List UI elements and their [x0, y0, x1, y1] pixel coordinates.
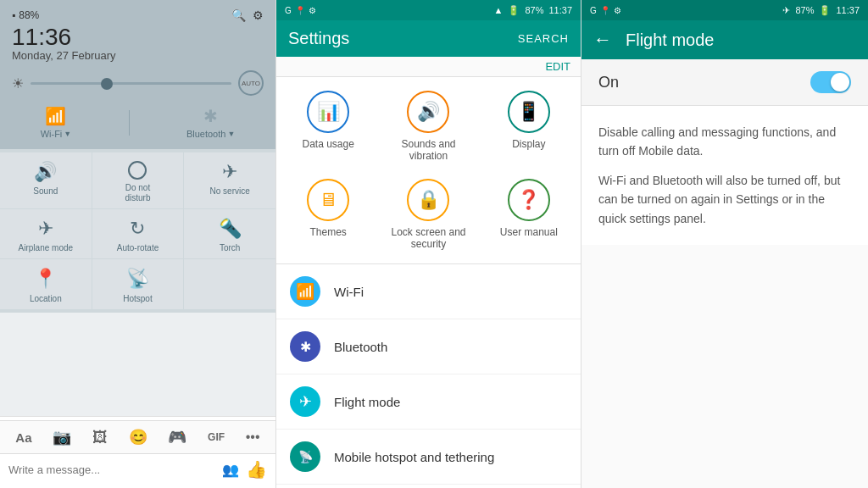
wifi-dropdown-icon: ▼ [64, 130, 71, 138]
sounds-label: Sounds and vibration [383, 138, 473, 162]
location-icon: 📍 [34, 268, 57, 290]
gif-icon[interactable]: GIF [208, 431, 225, 443]
date-display: Monday, 27 February [12, 49, 264, 62]
gallery-icon[interactable]: 🖼 [92, 429, 108, 446]
hotspot-label: Hotspot [123, 294, 152, 304]
people-icon[interactable]: 👥 [222, 462, 239, 478]
quick-settings-grid: 🔊 Sound Do notdisturb ✈ No service ✈ Air… [0, 149, 275, 313]
flight-description-1: Disable calling and messaging functions,… [598, 123, 851, 161]
data-usage-icon-item[interactable]: 📊 Data usage [280, 84, 376, 169]
time-p2: 11:37 [548, 5, 572, 15]
bt-dropdown-icon: ▼ [227, 130, 235, 138]
flight-mode-list-label: Flight mode [334, 395, 400, 409]
emoji-icon[interactable]: 😊 [129, 428, 147, 446]
battery-percent: 88% [19, 9, 39, 21]
lock-circle-icon: 🔒 [407, 179, 449, 221]
auto-brightness-button[interactable]: AUTO [238, 70, 264, 96]
time-display: 11:36 [12, 25, 264, 49]
brightness-slider[interactable] [31, 82, 231, 85]
battery-icon-p3: 🔋 [819, 5, 831, 16]
bluetooth-toggle[interactable]: ✱ Bluetooth ▼ [186, 106, 235, 139]
sound-quick-item[interactable]: 🔊 Sound [0, 152, 92, 208]
dnd-icon [128, 161, 147, 180]
themes-icon-item[interactable]: 🖥 Themes [280, 172, 376, 257]
battery-p2: 87% [525, 5, 543, 15]
airplane-icon: ✈ [38, 218, 53, 240]
no-service-item[interactable]: ✈ No service [184, 152, 275, 208]
lock-screen-label: Lock screen and security [383, 226, 473, 250]
user-manual-icon-item[interactable]: ❓ User manual [481, 172, 577, 257]
flight-description-2: Wi-Fi and Bluetooth will also be turned … [598, 171, 851, 228]
flight-description: Disable calling and messaging functions,… [581, 106, 868, 245]
autorotate-icon: ↻ [130, 218, 145, 240]
wifi-list-label: Wi-Fi [334, 285, 364, 299]
hotspot-tethering-label: Mobile hotspot and tethering [334, 450, 494, 464]
sounds-icon-item[interactable]: 🔊 Sounds and vibration [380, 84, 476, 169]
time-p3: 11:37 [836, 5, 860, 15]
flight-notif-icon: ⚙ [614, 6, 621, 15]
back-button[interactable]: ← [593, 29, 612, 51]
edit-bar: EDIT [276, 57, 581, 77]
text-format-icon[interactable]: Aa [15, 430, 31, 445]
send-icon[interactable]: 👍 [246, 459, 267, 480]
g-logo-icon: G [285, 6, 292, 15]
empty-quick-item [184, 259, 275, 308]
maps-icon: 📍 [295, 6, 305, 15]
flight-mode-list-icon: ✈ [290, 386, 320, 417]
settings-icons-grid: 📊 Data usage 🔊 Sounds and vibration 📱 Di… [276, 77, 581, 264]
wifi-toggle[interactable]: 📶 Wi-Fi ▼ [41, 106, 72, 139]
flight-header: ← Flight mode [581, 20, 868, 59]
location-label: Location [30, 294, 62, 304]
hotspot-quick-item[interactable]: 📡 Hotspot [92, 259, 184, 308]
location-quick-item[interactable]: 📍 Location [0, 259, 92, 308]
flight-mode-list-item[interactable]: ✈ Flight mode [276, 374, 581, 430]
flight-g-icon: G [590, 6, 597, 15]
autorotate-quick-item[interactable]: ↻ Auto-rotate [92, 209, 184, 258]
battery-icon-p2: 🔋 [508, 5, 520, 16]
wifi-label: Wi-Fi [41, 129, 63, 139]
settings-gear-icon[interactable]: ⚙ [253, 8, 264, 22]
auto-label: AUTO [242, 80, 260, 87]
themes-circle-icon: 🖥 [307, 179, 349, 221]
bluetooth-list-icon: ✱ [290, 331, 320, 362]
sound-icon: 🔊 [34, 161, 57, 183]
autorotate-label: Auto-rotate [117, 243, 159, 253]
battery-p3: 87% [795, 5, 814, 15]
camera-icon[interactable]: 📷 [53, 428, 71, 446]
display-label: Display [512, 138, 545, 150]
torch-quick-item[interactable]: 🔦 Torch [184, 209, 275, 258]
bluetooth-icon: ✱ [203, 106, 218, 126]
flight-mode-panel: G 📍 ⚙ ✈ 87% 🔋 11:37 ← Flight mode On Dis… [581, 0, 868, 488]
no-service-label: No service [210, 186, 250, 197]
toggle-thumb [831, 73, 849, 92]
airplane-quick-item[interactable]: ✈ Airplane mode [0, 209, 92, 258]
bluetooth-list-item[interactable]: ✱ Bluetooth [276, 319, 581, 374]
quick-settings-top: ▪ 88% 🔍 ⚙ 11:36 Monday, 27 February ☀ AU… [0, 0, 275, 149]
message-input[interactable] [8, 463, 215, 476]
themes-label: Themes [309, 226, 346, 238]
brightness-icon: ☀ [12, 75, 24, 92]
search-icon[interactable]: 🔍 [231, 8, 246, 22]
game-icon[interactable]: 🎮 [168, 428, 186, 446]
bluetooth-label: Bluetooth [186, 129, 225, 139]
flight-toggle-row: On [581, 59, 868, 106]
display-icon-item[interactable]: 📱 Display [481, 84, 577, 169]
more-icon[interactable]: ••• [246, 430, 260, 445]
edit-button[interactable]: EDIT [545, 60, 570, 73]
settings-search-button[interactable]: SEARCH [518, 32, 569, 45]
lock-screen-icon-item[interactable]: 🔒 Lock screen and security [380, 172, 476, 257]
flight-mode-title: Flight mode [626, 30, 715, 50]
no-service-icon: ✈ [222, 161, 237, 183]
hotspot-tethering-list-item[interactable]: 📡 Mobile hotspot and tethering [276, 430, 581, 485]
message-input-row: 👥 👍 [0, 453, 275, 485]
flight-status-bar: G 📍 ⚙ ✈ 87% 🔋 11:37 [581, 0, 868, 20]
sound-label: Sound [33, 186, 58, 197]
wifi-list-item[interactable]: 📶 Wi-Fi [276, 264, 581, 319]
data-usage-circle-icon: 📊 [307, 91, 349, 133]
hotspot-icon: 📡 [126, 268, 149, 290]
flight-mode-toggle[interactable] [810, 71, 851, 93]
brightness-thumb [101, 78, 113, 90]
dnd-quick-item[interactable]: Do notdisturb [92, 152, 184, 208]
user-manual-label: User manual [500, 226, 558, 238]
data-usage-list-item[interactable]: 📊 Data usage [276, 485, 581, 488]
